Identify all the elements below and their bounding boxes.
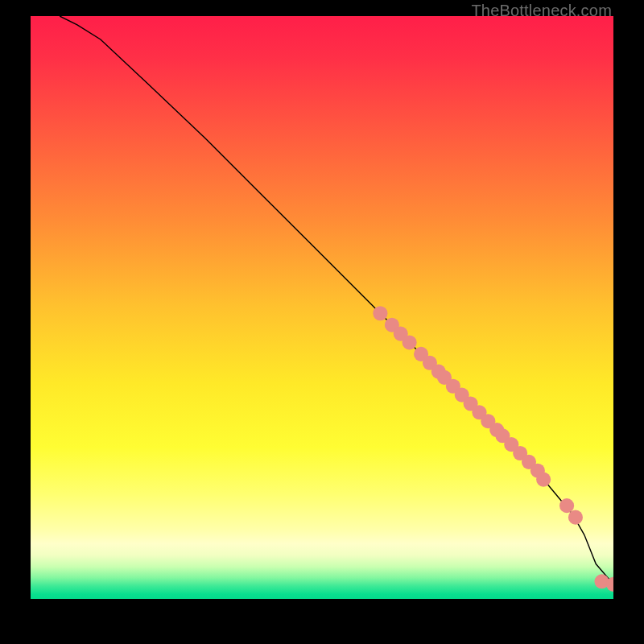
data-point	[536, 473, 551, 487]
data-point	[373, 306, 387, 320]
data-point	[568, 510, 583, 525]
plot-area	[31, 16, 613, 613]
chart-stage: TheBottleneck.com	[0, 0, 644, 644]
data-layer	[31, 16, 613, 599]
data-point	[559, 498, 574, 513]
curve-line	[60, 16, 613, 584]
data-point	[402, 335, 417, 349]
dot-cluster	[373, 306, 613, 592]
